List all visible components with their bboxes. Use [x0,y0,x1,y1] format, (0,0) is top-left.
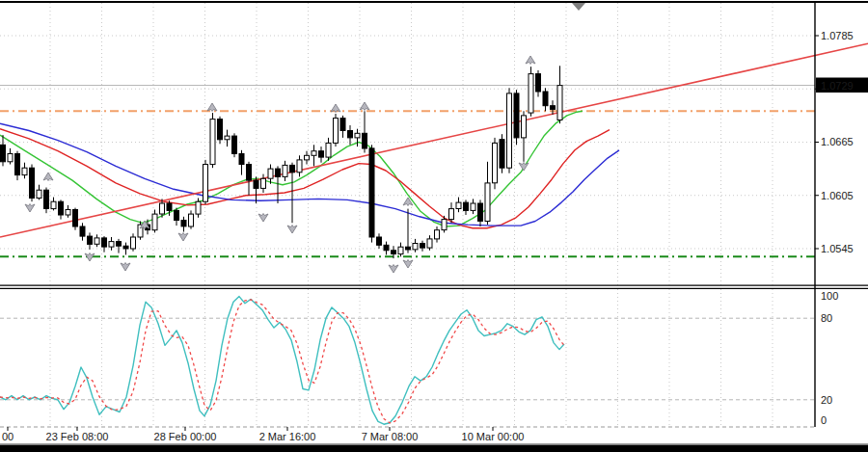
candle [334,114,339,146]
time-axis-label: 00 [2,431,14,442]
candle-body-bull [8,154,13,162]
candle-body-bull [297,160,302,173]
candle-body-bear [218,120,223,140]
candle-body-bull [493,143,498,182]
current-price-tag-label: 1.0729 [821,80,854,92]
candle-body-bull [131,237,136,249]
candle-body-bear [348,131,353,138]
candle [493,138,498,189]
osc-axis-label: 0 [821,414,827,426]
candle-body-bear [276,169,281,176]
candle-body-bull [522,116,527,138]
price-axis-label: 1.0605 [821,190,854,201]
candle-body-bear [514,93,519,138]
chart-canvas: 1.07851.07251.06651.06051.05451.07291008… [0,0,868,452]
mt4-chart-window: 1.07851.07251.06651.06051.05451.07291008… [0,0,868,452]
candle-body-bear [536,74,541,92]
candle-body-bear [88,236,93,244]
time-axis-label: 28 Feb 00:00 [154,431,217,442]
candle-body-bear [500,140,504,169]
candle [507,88,512,173]
candle-body-bull [334,119,339,144]
osc-axis-label: 20 [821,394,832,406]
candle-body-bull [196,201,201,214]
candle-body-bear [80,226,85,236]
candle-body-bear [543,92,548,106]
candle-body-bull [312,151,316,156]
osc-axis-label: 80 [821,312,832,324]
candle-body-bull [66,210,70,216]
candle-body-bear [247,165,252,181]
candle-body-bull [210,120,215,165]
candle-body-bear [340,119,345,131]
candle-body-bear [384,245,389,250]
candle-body-bear [254,180,258,188]
candle-body-bull [456,202,461,208]
candle-body-bull [471,203,475,210]
candle-body-bear [59,201,64,215]
price-axis-label: 1.0545 [821,243,854,254]
candle-body-bull [37,190,41,198]
candle-body-bear [44,190,49,208]
candle-body-bull [268,169,273,178]
candle-body-bull [449,209,454,220]
price-axis-label: 1.0785 [821,30,854,41]
candle-body-bear [1,145,6,162]
candle-body-bull [189,214,194,226]
candle-body-bull [203,165,208,202]
candle-body-bear [363,133,367,148]
bottom-bar [0,445,868,452]
candle-body-bear [319,151,324,157]
candle-body-bull [283,165,287,176]
candle-body-bull [225,136,230,140]
candle-body-bull [22,168,27,174]
candle-body-bear [406,247,411,250]
candle [203,160,208,204]
candle [73,208,78,230]
candle-body-bull [427,239,432,248]
candle-body-bear [478,203,483,221]
candle-body-bear [73,210,78,227]
candle [500,134,504,173]
candle-body-bull [435,230,440,239]
candle-body-bull [305,155,310,160]
candle-body-bear [167,203,172,210]
candle-body-bear [181,221,186,226]
candle [514,90,519,145]
candle-body-bear [377,237,382,245]
candle-body-bull [413,244,418,250]
candle-body-bull [398,247,403,253]
candle-body-bull [261,178,266,188]
candle [529,66,533,117]
candle-body-bear [551,106,556,110]
candle-body-bull [326,143,331,157]
candle [210,113,215,168]
candle [232,133,237,157]
time-axis-label: 2 Mar 16:00 [259,431,316,442]
candle-body-bull [152,214,157,230]
candle [369,145,374,242]
candle-body-bear [117,242,122,247]
candle [30,165,35,202]
candle-body-bull [529,74,533,114]
candle-body-bear [392,251,396,254]
candle-body-bear [239,154,244,165]
time-axis-label: 7 Mar 08:00 [362,431,419,442]
candle [218,117,223,145]
candle-body-bear [15,154,20,175]
candle-body-bear [464,202,469,210]
candle-body-bear [123,246,128,249]
candle-body-bull [51,201,56,208]
time-axis[interactable] [0,427,868,444]
time-axis-label: 23 Feb 08:00 [46,431,109,442]
osc-axis-label: 100 [821,290,838,302]
candle-body-bear [232,136,237,153]
candle-body-bull [485,183,490,222]
candle-body-bull [557,86,562,120]
candle-body-bear [369,148,374,237]
candle-body-bear [102,238,107,247]
candle-body-bear [420,244,425,249]
candle-body-bear [30,168,35,198]
candle-body-bull [109,242,114,248]
price-axis[interactable] [815,3,868,427]
